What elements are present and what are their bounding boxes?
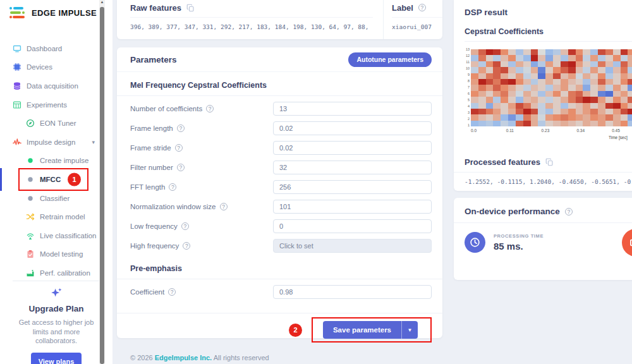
parameters-card: Parameters Autotune parameters Mel Frequ…: [117, 47, 442, 338]
autotune-parameters-button[interactable]: Autotune parameters: [348, 52, 432, 67]
field-input-normalization-window-size[interactable]: [273, 200, 432, 214]
save-parameters-button[interactable]: Save parameters: [323, 321, 401, 339]
field-input-coefficient[interactable]: [273, 285, 432, 299]
annotation-badge-2: 2: [289, 324, 302, 337]
y-tick-label: 3: [465, 111, 470, 115]
view-plans-button[interactable]: View plans: [31, 353, 82, 364]
help-icon[interactable]: ?: [206, 105, 214, 112]
sidebar-item-data-acquisition[interactable]: Data acquisition: [0, 76, 112, 95]
sidebar-item-label: Classifier: [40, 195, 70, 202]
field-input-frame-length[interactable]: [273, 121, 432, 135]
clock-icon: [465, 232, 485, 253]
database-icon: [13, 82, 21, 90]
active-page-indicator: [0, 168, 2, 191]
help-icon[interactable]: ?: [220, 203, 228, 210]
sidebar-item-model-testing[interactable]: Model testing: [0, 245, 112, 264]
sidebar-item-experiments[interactable]: Experiments: [0, 95, 112, 114]
antenna-icon: [26, 231, 35, 240]
field-input-fft-length[interactable]: [273, 180, 432, 194]
chevron-down-icon[interactable]: ▾: [92, 139, 95, 145]
x-tick-label: 0.34: [576, 128, 585, 133]
help-icon[interactable]: ?: [418, 4, 426, 11]
footer-rights: All rights reserved: [214, 354, 269, 361]
heatmap-grid: [471, 49, 632, 126]
field-input-filter-number[interactable]: [273, 161, 432, 174]
clipboard-icon: [26, 250, 35, 258]
on-device-performance-card: On-device performance ? PROCESSING TIME …: [454, 198, 632, 280]
sidebar-item-mfcc[interactable]: MFCC1: [0, 170, 112, 189]
sidebar-item-label: Impulse design: [27, 138, 75, 146]
help-icon[interactable]: ?: [168, 288, 176, 296]
scrollbar-up-arrow-icon[interactable]: ▲: [100, 0, 104, 4]
field-input-number-of-coefficients[interactable]: [273, 102, 432, 116]
dsp-result-card: DSP result Cepstral Coefficients 1312111…: [454, 0, 632, 191]
copy-icon[interactable]: [545, 158, 554, 166]
sidebar-nav: DashboardDevicesData acquisitionExperime…: [0, 39, 112, 282]
help-icon[interactable]: ?: [169, 183, 176, 191]
copy-icon[interactable]: [186, 4, 195, 12]
edge-impulse-app: { "sidebar": { "logo_text": "EDGE IMPULS…: [0, 0, 632, 364]
form-row: FFT length?: [117, 177, 442, 197]
sidebar-item-retrain-model[interactable]: Retrain model: [0, 207, 112, 226]
help-icon[interactable]: ?: [565, 208, 573, 215]
field-input-frame-stride[interactable]: [273, 141, 432, 155]
sidebar-item-label: Dashboard: [27, 45, 62, 52]
x-tick-label: 0.11: [506, 128, 514, 133]
footer-company-link[interactable]: EdgeImpulse Inc.: [155, 354, 212, 361]
sidebar-item-label: Devices: [27, 63, 52, 71]
help-icon[interactable]: ?: [177, 124, 185, 132]
sidebar-item-label: Data acquisition: [27, 82, 78, 90]
annotation-badge-1: 1: [68, 173, 81, 186]
field-label: Coefficient?: [130, 288, 273, 296]
processing-time-label: PROCESSING TIME: [494, 233, 544, 239]
on-device-performance-title: On-device performance: [465, 207, 560, 216]
sidebar-item-create-impulse[interactable]: Create impulse: [0, 152, 112, 171]
help-icon[interactable]: ?: [181, 222, 189, 230]
sidebar: EDGE IMPULSE DashboardDevicesData acquis…: [0, 0, 112, 364]
dot-gray-icon: [26, 194, 35, 203]
help-icon[interactable]: ?: [177, 164, 185, 171]
label-section: Label ? xiaorui_007: [383, 0, 442, 39]
sidebar-item-eon-tuner[interactable]: EON Tuner: [0, 114, 112, 133]
sidebar-scrollbar-thumb[interactable]: [100, 7, 104, 364]
field-input-high-frequency[interactable]: [273, 239, 432, 253]
form-row: Frame length?: [117, 118, 442, 138]
field-label: Normalization window size?: [130, 203, 273, 210]
logo-text: EDGE IMPULSE: [32, 8, 97, 18]
raw-features-card: Raw features 396, 389, 377, 347, 331, 29…: [117, 0, 442, 39]
x-tick-label: 0.23: [542, 128, 550, 133]
sidebar-item-classifier[interactable]: Classifier: [0, 189, 112, 208]
sidebar-item-perf-calibration[interactable]: Perf. calibration: [0, 264, 112, 282]
form-row: High frequency?: [117, 236, 442, 255]
heatmap-ylabels: 13121110987654321: [465, 48, 470, 128]
y-tick-label: 12: [465, 54, 470, 58]
raw-features-section: Raw features 396, 389, 377, 347, 331, 29…: [117, 0, 383, 39]
field-input-low-frequency[interactable]: [273, 219, 432, 233]
sidebar-item-label: Experiments: [27, 101, 67, 109]
cepstral-coefficients-title: Cepstral Coefficients: [465, 27, 632, 42]
heatmap-xlabels: 0.00.110.230.340.45: [471, 128, 632, 135]
save-dropdown-caret[interactable]: ▼: [401, 321, 418, 339]
y-tick-label: 10: [465, 67, 470, 71]
sidebar-item-impulse-design[interactable]: Impulse design▾: [0, 133, 112, 152]
annotation-box-save: Save parameters ▼: [312, 317, 432, 343]
sidebar-item-devices[interactable]: Devices: [0, 58, 112, 77]
sidebar-item-label: Perf. calibration: [40, 269, 90, 277]
y-tick-label: 13: [465, 48, 470, 52]
help-icon[interactable]: ?: [183, 242, 190, 250]
y-tick-label: 2: [465, 118, 470, 121]
dsp-result-title: DSP result: [465, 8, 507, 17]
field-label: Frame stride?: [130, 144, 273, 152]
sidebar-item-label: EON Tuner: [40, 119, 76, 127]
field-label: Low frequency?: [130, 222, 273, 230]
y-tick-label: 5: [465, 99, 470, 102]
section-title: Pre-emphasis: [117, 255, 442, 279]
edge-impulse-logo-icon: [9, 6, 26, 20]
edge-impulse-logo[interactable]: EDGE IMPULSE: [9, 6, 97, 20]
help-icon[interactable]: ?: [175, 144, 183, 152]
cepstral-heatmap: 13121110987654321 0.00.110.230.340.45 Ti…: [465, 49, 632, 143]
sidebar-item-live-classification[interactable]: Live classification: [0, 226, 112, 245]
heatmap-x-axis-title: Time [sec]: [609, 135, 628, 140]
form-row: Number of coefficients?: [117, 99, 442, 118]
sidebar-item-dashboard[interactable]: Dashboard: [0, 39, 112, 58]
